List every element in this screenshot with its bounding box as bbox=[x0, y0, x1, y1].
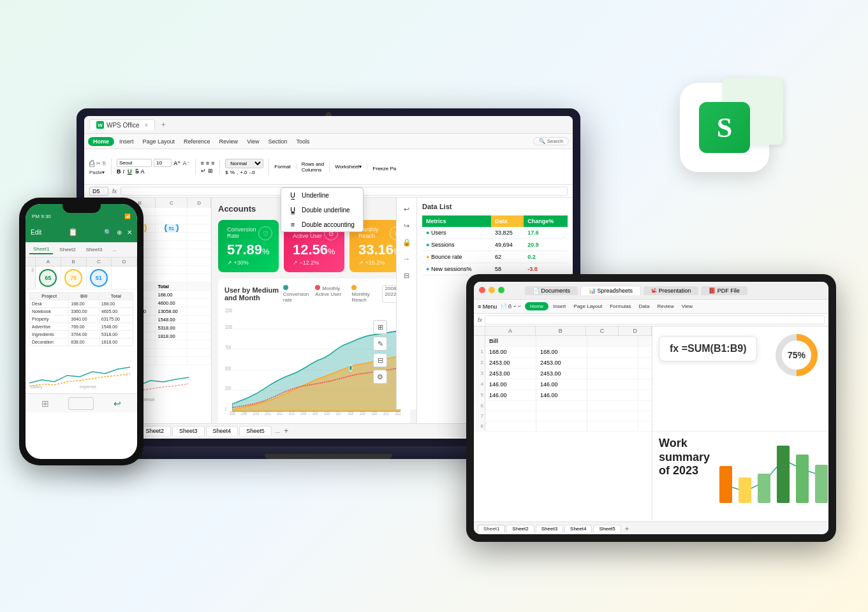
underline-single-item[interactable]: U̲ Underline bbox=[281, 188, 363, 203]
arrow-right-icon[interactable]: → bbox=[401, 252, 413, 265]
phone-tab-sheet3[interactable]: Sheet3 bbox=[82, 245, 106, 254]
underline-accounting-item[interactable]: ≡ Double accounting bbox=[281, 217, 363, 231]
phone-home-btn[interactable] bbox=[68, 397, 94, 410]
chart-settings-btn[interactable]: ⚙ bbox=[373, 370, 387, 384]
phone-td-ingredients-total: 5318.00 bbox=[99, 331, 133, 339]
redo-icon[interactable]: ↪ bbox=[401, 219, 413, 232]
phone-back-icon[interactable]: ↩ bbox=[114, 398, 121, 409]
add-sheet-btn[interactable]: + bbox=[284, 426, 288, 435]
phone-add-icon[interactable]: ⊕ bbox=[117, 229, 122, 236]
sheet-tab-3[interactable]: Sheet3 bbox=[172, 426, 205, 435]
phone-tab-sheet1[interactable]: Sheet1 bbox=[29, 245, 53, 254]
sheet-tab-4[interactable]: Sheet4 bbox=[206, 426, 239, 435]
align-left-btn[interactable]: ≡ bbox=[201, 160, 204, 166]
tablet-formulas-menu[interactable]: Formulas bbox=[607, 302, 634, 310]
phone-sheet-tabs: Sheet1 Sheet2 Sheet3 ... bbox=[26, 242, 137, 258]
phone-close-icon[interactable]: ✕ bbox=[127, 229, 132, 236]
tablet-tab-s1[interactable]: Sheet1 bbox=[478, 525, 505, 532]
number-format-select[interactable]: Normal bbox=[225, 159, 263, 168]
phone-row-ingredients: Ingredients 3764.00 5318.00 bbox=[30, 331, 133, 339]
traffic-light-yellow[interactable] bbox=[489, 287, 495, 293]
insert-menu[interactable]: Insert bbox=[115, 137, 138, 146]
paste-label[interactable]: Paste▾ bbox=[89, 170, 105, 175]
traffic-light-red[interactable] bbox=[479, 287, 485, 293]
chart-filter-btn[interactable]: ⊟ bbox=[373, 353, 387, 367]
tablet-home-btn[interactable]: Home bbox=[525, 302, 548, 310]
bold-btn[interactable]: B bbox=[117, 168, 121, 175]
home-menu-btn[interactable]: Home bbox=[88, 137, 114, 146]
sheet-tab-2[interactable]: Sheet2 bbox=[139, 426, 172, 435]
bar-4 bbox=[777, 446, 790, 503]
strikethrough-btn[interactable]: S̶ bbox=[135, 168, 139, 175]
tab-close[interactable]: × bbox=[145, 122, 149, 129]
tablet-tab-s4[interactable]: Sheet4 bbox=[564, 525, 592, 532]
tablet-insert-menu[interactable]: Insert bbox=[550, 302, 569, 310]
tablet-tab-s3[interactable]: Sheet3 bbox=[536, 525, 563, 532]
phone-row-notebook: Notebook 3360.00 4605.00 bbox=[30, 308, 133, 316]
font-size-down-icon[interactable]: A⁻ bbox=[183, 160, 190, 166]
tablet-add-sheet-btn[interactable]: + bbox=[625, 525, 629, 532]
search-bar[interactable]: 🔍 Search bbox=[533, 137, 569, 145]
font-family-input[interactable] bbox=[117, 159, 152, 167]
font-color-btn[interactable]: A bbox=[141, 168, 145, 175]
circle-51: 51 bbox=[90, 269, 108, 287]
phone-tab-sheet2[interactable]: Sheet2 bbox=[55, 245, 79, 254]
tablet-page-layout-menu[interactable]: Page Layout bbox=[570, 302, 605, 310]
page-layout-menu[interactable]: Page Layout bbox=[139, 137, 179, 146]
align-right-btn[interactable]: ≡ bbox=[211, 160, 214, 166]
tablet-tab-documents[interactable]: 📄 Documents bbox=[525, 286, 578, 295]
tablet-view-menu[interactable]: View bbox=[679, 302, 696, 310]
tablet-menu-icon[interactable]: ≡ Menu bbox=[478, 303, 497, 310]
tablet-row-5: 5 146.00 146.00 bbox=[474, 390, 652, 401]
merge-btn[interactable]: ⊞ bbox=[208, 168, 213, 174]
font-size-up-icon[interactable]: A⁺ bbox=[173, 160, 181, 166]
traffic-light-green[interactable] bbox=[498, 287, 504, 293]
tab-new[interactable]: + bbox=[161, 121, 165, 128]
chart-select-btn[interactable]: ⊞ bbox=[373, 320, 387, 334]
phone-grid-icon[interactable]: ⊞ bbox=[41, 398, 49, 409]
decimal-dec-btn[interactable]: -.0 bbox=[249, 170, 254, 175]
phone-td-desk-total: 168.00 bbox=[99, 300, 133, 308]
font-size-input[interactable] bbox=[154, 159, 172, 167]
bar-5 bbox=[796, 455, 809, 503]
phone-tab-more[interactable]: ... bbox=[108, 245, 121, 254]
tablet-data-menu[interactable]: Data bbox=[636, 302, 653, 310]
doc-icon: 📄 bbox=[533, 288, 540, 294]
tablet-tab-s2[interactable]: Sheet2 bbox=[506, 525, 534, 532]
chart-edit-btn[interactable]: ✎ bbox=[373, 337, 387, 351]
comma-btn[interactable]: , bbox=[237, 170, 238, 175]
browser-tab-active[interactable]: W WPS Office × bbox=[89, 119, 155, 130]
review-menu[interactable]: Review bbox=[216, 137, 242, 146]
tablet-tab-bar: 📄 Documents 📊 Spreadsheets 📽 Presentatio… bbox=[474, 282, 828, 300]
undo-icon[interactable]: ↩ bbox=[401, 203, 413, 215]
tablet-review-menu[interactable]: Review bbox=[654, 302, 677, 310]
lock-icon[interactable]: 🔒 bbox=[401, 236, 413, 249]
more-sheets-btn[interactable]: ... bbox=[276, 428, 281, 434]
underline-btn[interactable]: U bbox=[126, 168, 133, 175]
align-center-btn[interactable]: ≡ bbox=[206, 160, 209, 166]
decimal-inc-btn[interactable]: +.0 bbox=[240, 170, 247, 175]
reference-menu[interactable]: Reference bbox=[180, 137, 214, 146]
underline-double-item[interactable]: U̳ Double underline bbox=[281, 203, 363, 217]
percent-btn[interactable]: % bbox=[230, 170, 235, 175]
cell-reference-input[interactable] bbox=[89, 187, 108, 196]
shrink-icon[interactable]: ⊟ bbox=[401, 269, 413, 282]
tablet-formula-input[interactable] bbox=[485, 316, 825, 324]
phone-td-decoration-bill: 838.00 bbox=[69, 339, 99, 346]
phone-search-icon[interactable]: 🔍 bbox=[104, 229, 112, 236]
tablet-tab-spreadsheets[interactable]: 📊 Spreadsheets bbox=[580, 286, 641, 295]
currency-btn[interactable]: $ bbox=[225, 170, 228, 175]
tablet-tab-pdf[interactable]: 📕 PDF File bbox=[701, 286, 747, 295]
format-label[interactable]: Format bbox=[274, 164, 290, 170]
tablet-screen: 📄 Documents 📊 Spreadsheets 📽 Presentatio… bbox=[474, 282, 828, 534]
phone-col-c: C bbox=[87, 258, 112, 266]
wrap-text-btn[interactable]: ↵ bbox=[201, 168, 206, 174]
tools-menu[interactable]: Tools bbox=[293, 137, 314, 146]
italic-btn[interactable]: I bbox=[123, 168, 125, 175]
section-menu[interactable]: Section bbox=[264, 137, 291, 146]
sheet-tab-5[interactable]: Sheet5 bbox=[239, 426, 272, 435]
change-bounce: 0.2 bbox=[524, 251, 568, 263]
view-menu[interactable]: View bbox=[243, 137, 263, 146]
tablet-tab-presentation[interactable]: 📽 Presentation bbox=[644, 286, 698, 295]
tablet-tab-s5[interactable]: Sheet5 bbox=[593, 525, 621, 532]
